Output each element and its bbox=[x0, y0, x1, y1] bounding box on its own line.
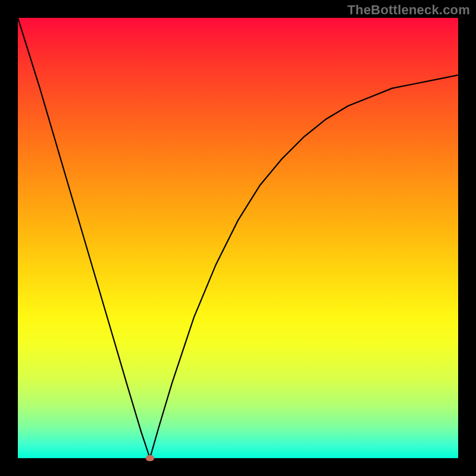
chart-container: TheBottleneck.com bbox=[0, 0, 476, 476]
bottleneck-curve-path bbox=[18, 18, 458, 458]
minimum-marker bbox=[146, 455, 154, 461]
curve-svg bbox=[18, 18, 458, 458]
watermark-text: TheBottleneck.com bbox=[347, 2, 470, 18]
